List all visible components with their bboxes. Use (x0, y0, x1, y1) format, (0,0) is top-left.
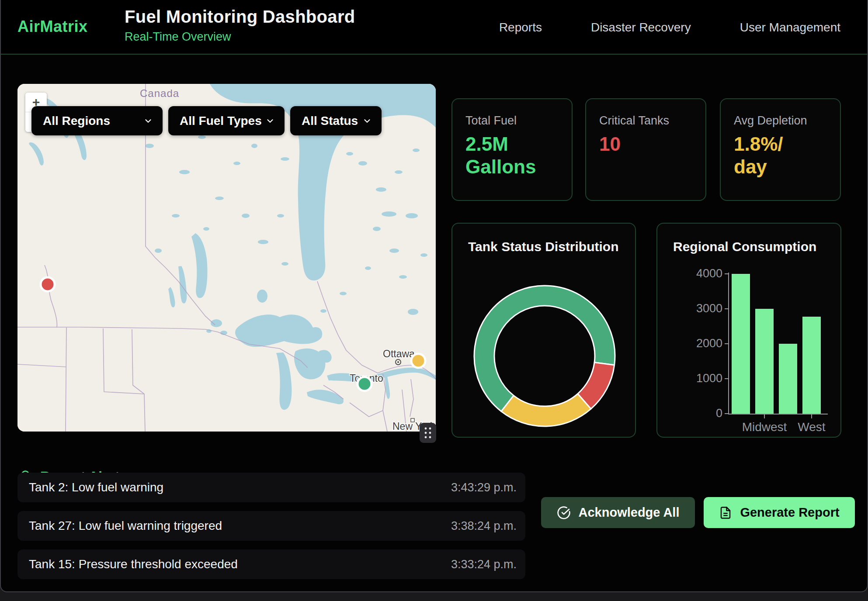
stat-value: 1.8%/day (734, 133, 788, 178)
acknowledge-all-button[interactable]: Acknowledge All (541, 497, 695, 528)
generate-report-button[interactable]: Generate Report (704, 497, 855, 528)
tank-status-distribution-card: Tank Status Distribution (451, 223, 636, 438)
stat-value: 2.5M Gallons (465, 133, 559, 178)
map-label-canada: Canada (140, 87, 179, 99)
alert-row[interactable]: Tank 27: Low fuel warning triggered 3:38… (17, 511, 525, 541)
nav-user-management[interactable]: User Management (740, 21, 840, 35)
header: AirMatrix Fuel Monitoring Dashboard Real… (1, 0, 867, 55)
y-tick-mark (725, 378, 729, 379)
tank-status-donut-chart (465, 276, 625, 436)
page-title: Fuel Monitoring Dashboard (125, 7, 355, 27)
grip-dots-icon (424, 426, 432, 439)
x-tick-label: Midwest (738, 420, 791, 434)
alert-time: 3:38:24 p.m. (451, 519, 517, 533)
yellow-tank-marker[interactable] (411, 354, 425, 368)
map-canvas[interactable]: Canada Ottawa Toronto New York (17, 84, 436, 432)
stat-card-critical-tanks: Critical Tanks 10 (585, 98, 706, 201)
x-tick-label: West (785, 420, 838, 434)
map-label-ottawa: Ottawa (383, 348, 415, 359)
map-panel[interactable]: Canada Ottawa Toronto New York + − All R… (17, 84, 436, 432)
y-tick-mark (725, 273, 729, 274)
dashboard-root: AirMatrix Fuel Monitoring Dashboard Real… (0, 0, 868, 592)
y-tick-mark (725, 308, 729, 309)
alert-time: 3:33:24 p.m. (451, 558, 517, 571)
nav-disaster-recovery[interactable]: Disaster Recovery (591, 21, 691, 35)
brand-logo: AirMatrix (17, 17, 88, 36)
stat-label: Avg Depletion (734, 114, 827, 128)
x-axis-line (728, 414, 828, 414)
regional-consumption-bar-chart: 01000200030004000MidwestWest (657, 224, 840, 437)
stat-value: 10 (599, 133, 692, 155)
title-block: Fuel Monitoring Dashboard Real-Time Over… (125, 7, 355, 44)
nav-reports[interactable]: Reports (499, 21, 542, 35)
alert-row[interactable]: Tank 15: Pressure threshold exceeded 3:3… (17, 549, 525, 579)
status-filter-value: All Status (302, 114, 358, 128)
y-tick-label: 3000 (692, 302, 722, 315)
check-circle-icon (557, 506, 571, 520)
bar-West (802, 317, 821, 414)
stat-label: Critical Tanks (599, 114, 692, 128)
chevron-down-icon (143, 116, 153, 126)
donut-chart-title: Tank Status Distribution (468, 239, 618, 254)
x-tick-mark (811, 414, 812, 418)
donut-segment-yellow (501, 394, 591, 426)
chevron-down-icon (265, 116, 275, 126)
alert-text: Tank 2: Low fuel warning (29, 480, 163, 494)
bar-Midwest (755, 309, 774, 414)
fuel-type-filter-value: All Fuel Types (180, 114, 262, 128)
chevron-down-icon (362, 116, 372, 126)
regional-consumption-card: Regional Consumption 01000200030004000Mi… (656, 223, 841, 438)
green-tank-marker[interactable] (358, 377, 372, 391)
acknowledge-all-label: Acknowledge All (579, 505, 680, 520)
alert-row[interactable]: Tank 2: Low fuel warning 3:43:29 p.m. (17, 473, 525, 502)
bar-series-3 (779, 344, 797, 414)
red-tank-marker[interactable] (41, 277, 55, 291)
file-text-icon (719, 506, 732, 519)
resize-grip-handle[interactable] (420, 423, 436, 443)
alert-text: Tank 15: Pressure threshold exceeded (29, 557, 238, 571)
bar-series-1 (732, 274, 750, 414)
y-tick-label: 4000 (692, 267, 722, 280)
alert-text: Tank 27: Low fuel warning triggered (29, 519, 222, 533)
map-filters: All Regions All Fuel Types All Status (31, 106, 382, 135)
fuel-type-filter-select[interactable]: All Fuel Types (168, 106, 285, 135)
main-nav: Reports Disaster Recovery User Managemen… (499, 0, 840, 55)
generate-report-label: Generate Report (740, 505, 839, 520)
y-tick-label: 2000 (692, 337, 722, 350)
x-tick-mark (764, 414, 765, 418)
region-filter-select[interactable]: All Regions (31, 106, 163, 135)
page-subtitle: Real-Time Overview (125, 30, 355, 44)
alert-time: 3:43:29 p.m. (451, 481, 517, 494)
y-tick-mark (725, 343, 729, 344)
stat-card-avg-depletion: Avg Depletion 1.8%/day (720, 98, 841, 201)
stat-label: Total Fuel (465, 114, 559, 128)
region-filter-value: All Regions (43, 114, 110, 128)
y-tick-mark (725, 413, 729, 414)
y-tick-label: 0 (692, 407, 722, 420)
status-filter-select[interactable]: All Status (290, 106, 382, 135)
y-tick-label: 1000 (692, 372, 722, 385)
stat-card-total-fuel: Total Fuel 2.5M Gallons (451, 98, 573, 201)
